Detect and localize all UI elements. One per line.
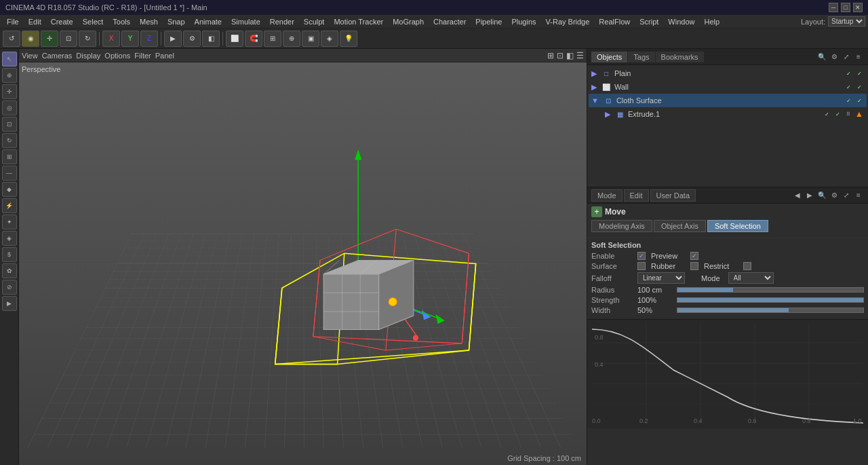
tab-edit[interactable]: Edit bbox=[624, 189, 649, 202]
close-button[interactable]: ✕ bbox=[853, 3, 863, 12]
menu-animate[interactable]: Animate bbox=[191, 16, 226, 27]
left-btn-14[interactable]: ▶ bbox=[2, 296, 17, 311]
extrude-eye[interactable]: ✓ bbox=[833, 109, 842, 119]
left-btn-12[interactable]: ✿ bbox=[2, 263, 17, 278]
viewport-filter-tab[interactable]: Filter bbox=[134, 52, 151, 60]
tab-user-data[interactable]: User Data bbox=[650, 189, 696, 202]
viewport-icon-4[interactable]: ☰ bbox=[576, 51, 584, 60]
menu-mesh[interactable]: Mesh bbox=[136, 16, 162, 27]
falloff-select[interactable]: Linear Ease In Ease Out bbox=[637, 272, 685, 284]
viewport-view-tab[interactable]: View bbox=[22, 52, 38, 60]
toolbar-live-selection[interactable]: ◉ bbox=[22, 31, 39, 47]
obj-item-plain[interactable]: ▶ □ Plain ✓ ✓ bbox=[589, 67, 867, 80]
left-btn-1[interactable]: ⊕ bbox=[2, 68, 17, 83]
tab-bookmarks[interactable]: Bookmarks bbox=[656, 52, 704, 62]
viewport-panel-tab[interactable]: Panel bbox=[155, 52, 174, 60]
menu-pipeline[interactable]: Pipeline bbox=[471, 16, 506, 27]
menu-script[interactable]: Script bbox=[635, 16, 663, 27]
toolbar-axis-center[interactable]: ⊕ bbox=[283, 31, 300, 47]
left-btn-7[interactable]: ◆ bbox=[2, 182, 17, 197]
prop-settings-icon[interactable]: ⚙ bbox=[829, 190, 840, 201]
menu-tools[interactable]: Tools bbox=[108, 16, 134, 27]
menu-help[interactable]: Help bbox=[700, 16, 724, 27]
left-btn-3[interactable]: ⊡ bbox=[2, 117, 17, 132]
prop-menu-icon[interactable]: ≡ bbox=[853, 190, 864, 201]
left-btn-11[interactable]: $ bbox=[2, 247, 17, 262]
left-btn-10[interactable]: ◈ bbox=[2, 231, 17, 246]
menu-edit[interactable]: Edit bbox=[24, 16, 45, 27]
toolbar-magnet[interactable]: 🧲 bbox=[245, 31, 262, 47]
viewport-icon-1[interactable]: ⊞ bbox=[547, 51, 554, 60]
menu-vray[interactable]: V-Ray Bridge bbox=[542, 16, 594, 27]
left-btn-6[interactable]: — bbox=[2, 166, 17, 181]
panel-settings-icon[interactable]: ⚙ bbox=[829, 52, 840, 62]
tab-modeling-axis[interactable]: Modeling Axis bbox=[591, 220, 652, 232]
tab-mode[interactable]: Mode bbox=[591, 189, 623, 202]
menu-character[interactable]: Character bbox=[429, 16, 470, 27]
left-btn-9[interactable]: ✦ bbox=[2, 215, 17, 229]
add-move-button[interactable]: + bbox=[591, 206, 602, 217]
left-btn-4[interactable]: ↻ bbox=[2, 133, 17, 148]
menu-create[interactable]: Create bbox=[47, 16, 77, 27]
graph-svg[interactable]: 0.8 0.4 0.0 0.2 0.4 0.6 0.8 1.0 bbox=[590, 322, 865, 424]
prop-search-icon[interactable]: 🔍 bbox=[816, 190, 827, 201]
viewport[interactable]: View Cameras Display Options Filter Pane… bbox=[19, 49, 587, 465]
wall-eye[interactable]: ✓ bbox=[854, 82, 864, 92]
menu-realflow[interactable]: RealFlow bbox=[595, 16, 634, 27]
preview-checkbox[interactable] bbox=[690, 252, 698, 260]
strength-slider[interactable] bbox=[677, 297, 864, 303]
toolbar-z-axis[interactable]: Z bbox=[140, 31, 158, 47]
toolbar-scale[interactable]: ⊡ bbox=[60, 31, 77, 47]
prop-prev-icon[interactable]: ◀ bbox=[792, 190, 803, 201]
maximize-button[interactable]: □ bbox=[841, 3, 850, 12]
toolbar-light[interactable]: 💡 bbox=[340, 31, 357, 47]
menu-mograph[interactable]: MoGraph bbox=[389, 16, 428, 27]
toolbar-undo[interactable]: ↺ bbox=[3, 31, 20, 47]
restrict-checkbox[interactable] bbox=[743, 262, 751, 270]
toolbar-render[interactable]: ▶ bbox=[164, 31, 182, 47]
obj-item-wall[interactable]: ▶ ⬜ Wall ✓ ✓ bbox=[589, 80, 867, 94]
toolbar-perspective[interactable]: ⬜ bbox=[226, 31, 243, 47]
toolbar-y-axis[interactable]: Y bbox=[121, 31, 139, 47]
menu-window[interactable]: Window bbox=[664, 16, 698, 27]
tab-objects[interactable]: Objects bbox=[591, 52, 627, 62]
left-btn-5[interactable]: ⊞ bbox=[2, 149, 17, 164]
minimize-button[interactable]: ─ bbox=[829, 3, 838, 12]
menu-render[interactable]: Render bbox=[266, 16, 298, 27]
menu-plugins[interactable]: Plugins bbox=[507, 16, 540, 27]
extrude-check[interactable]: ✓ bbox=[822, 109, 831, 119]
viewport-icon-2[interactable]: ⊡ bbox=[557, 51, 564, 60]
viewport-cameras-tab[interactable]: Cameras bbox=[42, 52, 73, 60]
left-btn-move[interactable]: ✛ bbox=[2, 84, 17, 99]
panel-search-icon[interactable]: 🔍 bbox=[816, 52, 827, 62]
enable-checkbox[interactable] bbox=[637, 252, 646, 260]
rubber-checkbox[interactable] bbox=[690, 262, 698, 270]
menu-motion-tracker[interactable]: Motion Tracker bbox=[330, 16, 387, 27]
left-btn-8[interactable]: ⚡ bbox=[2, 198, 17, 213]
viewport-display-tab[interactable]: Display bbox=[76, 52, 100, 60]
viewport-options-tab[interactable]: Options bbox=[104, 52, 130, 60]
cloth-eye[interactable]: ✓ bbox=[854, 96, 864, 105]
toolbar-rotate[interactable]: ↻ bbox=[79, 31, 96, 47]
panel-expand-icon[interactable]: ⤢ bbox=[841, 52, 852, 62]
left-btn-13[interactable]: ⊘ bbox=[2, 280, 17, 295]
toolbar-texture[interactable]: ◈ bbox=[321, 31, 338, 47]
viewport-canvas[interactable]: Perspective bbox=[19, 62, 587, 465]
wall-check[interactable]: ✓ bbox=[844, 82, 853, 92]
panel-gear-icon[interactable]: ≡ bbox=[853, 52, 864, 62]
radius-slider[interactable] bbox=[677, 287, 864, 293]
left-btn-2[interactable]: ◎ bbox=[2, 100, 17, 115]
menu-select[interactable]: Select bbox=[79, 16, 108, 27]
obj-item-extrude[interactable]: ▶ ▦ Extrude.1 ✓ ✓ ⠿ ▲ bbox=[589, 107, 867, 121]
toolbar-x-axis[interactable]: X bbox=[102, 31, 120, 47]
menu-simulate[interactable]: Simulate bbox=[227, 16, 264, 27]
layout-dropdown[interactable]: Startup bbox=[828, 16, 865, 26]
menu-file[interactable]: File bbox=[3, 16, 23, 27]
tab-tags[interactable]: Tags bbox=[628, 52, 654, 62]
toolbar-render-settings[interactable]: ⚙ bbox=[183, 31, 201, 47]
width-slider[interactable] bbox=[677, 308, 864, 313]
plain-eye[interactable]: ✓ bbox=[854, 69, 864, 78]
mode-select[interactable]: All Selected bbox=[728, 272, 774, 284]
cloth-check[interactable]: ✓ bbox=[844, 96, 853, 105]
obj-item-cloth-surface[interactable]: ▼ ⊡ Cloth Surface ✓ ✓ bbox=[589, 94, 867, 107]
